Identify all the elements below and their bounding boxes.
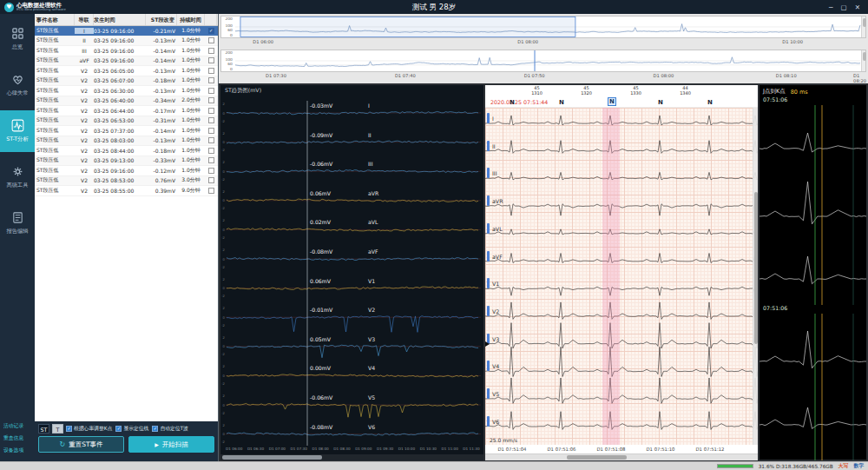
event-table-row[interactable]: ST段压低V203-25 08:55:000.39mV9.0分钟 (35, 186, 218, 196)
beat-zoom-chart-2[interactable] (760, 314, 866, 460)
sidebar-footer-link-1[interactable]: 活动记录 (3, 422, 32, 430)
event-row-checkbox[interactable] (208, 128, 214, 134)
option-checkbox[interactable]: ✓ (66, 426, 72, 432)
st-trend-scroll-thumb[interactable] (222, 455, 322, 460)
sidebar-footer-link-3[interactable]: 设备选项 (3, 447, 32, 454)
cell-time: 03-25 09:16:00 (94, 57, 146, 63)
event-table-row[interactable]: ST段压低V203-25 06:07:00-0.18mV1.0分钟 (35, 76, 218, 87)
strip1-scrollbar[interactable] (861, 17, 865, 37)
event-row-checkbox[interactable] (208, 88, 214, 94)
ecg-vertical-scrollbar[interactable] (753, 108, 758, 445)
event-row-checkbox[interactable] (208, 177, 214, 183)
cell-duration: 1.0分钟 (177, 147, 205, 155)
event-table-row[interactable]: ST段压低V203-25 08:03:00-0.13mV1.0分钟 (35, 136, 218, 147)
strip2-scrollbar[interactable] (861, 50, 865, 71)
svg-text:0: 0 (223, 140, 226, 144)
sidebar-item-report-edit[interactable]: 报告编辑 (0, 202, 35, 244)
event-row-checkbox[interactable] (208, 148, 214, 154)
option-checkbox[interactable]: ✓ (152, 426, 158, 432)
sidebar-footer-link-2[interactable]: 重查信息 (3, 434, 32, 442)
svg-text:2: 2 (223, 160, 226, 164)
event-table-row[interactable]: ST段压低V203-25 06:05:00-0.13mV1.0分钟 (35, 66, 218, 76)
event-row-checkbox[interactable] (208, 57, 214, 63)
sidebar-item-st-t-analysis[interactable]: ST-T分析 (0, 110, 35, 152)
event-row-checkbox[interactable] (208, 77, 214, 83)
beat-marker[interactable]: N (707, 99, 713, 106)
hr-trend-chart-2[interactable]: 200100600 (221, 50, 865, 71)
st-toggle-button[interactable]: ST (38, 424, 49, 434)
event-table-row[interactable]: ST段压低V203-25 06:30:00-0.13mV1.0分钟 (35, 86, 218, 96)
option-checkbox[interactable]: ✓ (115, 426, 122, 432)
hr-trend-chart-1[interactable]: 200100600 (221, 17, 865, 37)
event-row-checkbox[interactable] (208, 188, 214, 194)
minimize-button[interactable]: ─ (829, 3, 833, 11)
jk-interval-value: 80 ms (791, 89, 808, 96)
heart-icon (11, 73, 24, 87)
patient-info: 测试 男 28岁 (412, 0, 456, 14)
event-table-row[interactable]: ST段压低I03-25 09:16:00-0.21mV1.0分钟✓ (35, 26, 218, 36)
event-table-row[interactable]: ST段压低V203-25 07:37:00-0.14mV1.0分钟 (35, 126, 218, 136)
event-row-checkbox[interactable] (208, 37, 214, 43)
titlebar: ♥ 心电数据处理软件 ECG data processing software … (0, 0, 868, 14)
event-table-row[interactable]: ST段压低V203-25 06:40:00-0.34mV2.0分钟 (35, 96, 218, 107)
event-table-row[interactable]: ST段压低V203-25 08:44:00-0.18mV1.0分钟 (35, 146, 218, 156)
reset-st-events-button[interactable]: ↻ 重置ST事件 (38, 436, 124, 453)
cell-event-name: ST段压低 (35, 67, 75, 75)
event-row-checkbox[interactable] (208, 48, 214, 54)
event-row-checkbox[interactable] (208, 137, 214, 143)
st-trend-chart[interactable]: 20-2-0.03mVI20-2-0.09mVII20-2-0.06mVIII2… (220, 96, 483, 446)
st-time-axis-label: D1 10:00 (398, 447, 415, 451)
sidebar-item-arrhythmia[interactable]: 心律失常 (0, 64, 35, 106)
hr-trend-strip-1[interactable]: 200100600 (220, 16, 866, 38)
event-table-panel: 事件名称导联发生时间ST段改变持续时间 ST段压低I03-25 09:16:00… (35, 14, 219, 461)
svg-text:-0.06mV: -0.06mV (310, 394, 333, 400)
sidebar-item-label: 报告编辑 (6, 228, 28, 235)
ecg-horizontal-scrollbar[interactable] (485, 453, 758, 460)
cell-lead: V2 (75, 148, 94, 154)
cell-st-change: -0.34mV (146, 97, 177, 103)
ime-caps-indicator[interactable]: 大写 (838, 462, 849, 470)
maximize-button[interactable]: ▢ (841, 3, 847, 11)
event-row-checkbox[interactable] (208, 157, 214, 163)
event-table-row[interactable]: ST段压低V203-25 09:13:00-0.33mV1.0分钟 (35, 156, 218, 167)
event-table-row[interactable]: ST段压低aVF03-25 09:16:00-0.14mV1.0分钟 (35, 56, 218, 67)
strip1-scroll-thumb[interactable] (863, 18, 866, 27)
beat-zoom-chart-1[interactable] (760, 105, 866, 305)
event-row-checkbox[interactable] (208, 97, 214, 103)
ecg-vscroll-thumb[interactable] (754, 192, 758, 344)
cell-duration: 1.0分钟 (177, 116, 205, 124)
hr-trend-strip-2[interactable]: 200100600 (220, 50, 866, 72)
svg-text:0: 0 (223, 403, 226, 407)
event-table-row[interactable]: ST段压低V203-25 09:16:00-0.12mV1.0分钟 (35, 166, 218, 176)
close-button[interactable]: ✕ (855, 3, 860, 11)
sidebar-item-overview[interactable]: 总览 (0, 18, 35, 60)
st-trend-scrollbar[interactable] (220, 454, 483, 460)
ecg-grid[interactable]: 25.0 mm/s IIIIIIaVRaVLaVFV1V2V3V4V5V6 (485, 108, 758, 445)
ecg-lead-label: V2 (492, 308, 499, 314)
beat-marker[interactable]: N (558, 99, 565, 106)
event-table-row[interactable]: ST段压低V203-25 06:53:00-0.31mV1.0分钟 (35, 116, 218, 127)
svg-text:-2: -2 (221, 177, 225, 182)
event-row-checkbox[interactable] (208, 117, 214, 123)
ecg-hscroll-thumb[interactable] (567, 455, 627, 460)
svg-text:0: 0 (230, 67, 233, 71)
event-table-row[interactable]: ST段压低II03-25 09:16:00-0.13mV1.0分钟 (35, 36, 218, 47)
event-table-row[interactable]: ST段压低V203-25 06:44:00-0.17mV1.0分钟 (35, 106, 218, 116)
event-table-row[interactable]: ST段压低III03-25 09:16:00-0.14mV1.0分钟 (35, 46, 218, 56)
cell-time: 03-25 07:37:00 (94, 128, 146, 134)
ime-number-indicator[interactable]: 数字 (853, 462, 864, 470)
event-row-checkbox[interactable]: ✓ (208, 28, 214, 34)
event-table-row[interactable]: ST段压低V203-25 08:53:000.76mV3.0分钟 (35, 176, 218, 187)
event-row-checkbox[interactable] (208, 108, 214, 114)
beat-marker[interactable]: N (657, 99, 664, 106)
beat-marker[interactable]: N (509, 99, 516, 106)
cell-st-change: 0.39mV (146, 188, 177, 194)
event-row-checkbox[interactable] (208, 68, 214, 74)
start-scan-button[interactable]: ▶ 开始扫描 (128, 436, 214, 453)
beat-marker[interactable]: N (608, 97, 616, 106)
event-row-checkbox[interactable] (208, 168, 214, 174)
strip2-scroll-thumb[interactable] (863, 52, 866, 61)
t-toggle-button[interactable]: T (52, 424, 63, 434)
cell-event-name: ST段压低 (35, 107, 75, 115)
sidebar-item-advanced-tools[interactable]: 高级工具 (0, 156, 35, 198)
